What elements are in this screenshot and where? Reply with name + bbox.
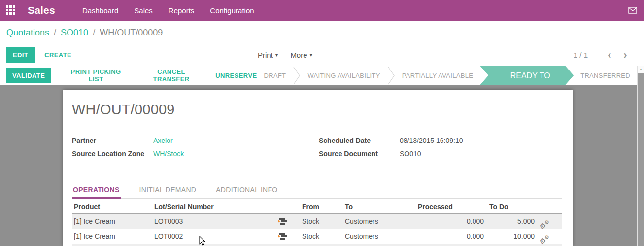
cell-todo[interactable]: 5.000 (485, 217, 537, 225)
state-waiting-availability[interactable]: WAITING AVAILABILITY (301, 66, 387, 85)
nav-item-reports[interactable]: Reports (163, 6, 200, 15)
partner-value-link[interactable]: Axelor (153, 137, 173, 144)
pager-count: 1 / 1 (574, 51, 588, 59)
edit-button[interactable]: EDIT (6, 47, 35, 63)
source-document-value: SO010 (400, 150, 421, 158)
action-row: EDIT CREATE Print ▾ More ▾ 1 / 1 ‹ › (0, 44, 644, 66)
header-todo: To Do (485, 203, 537, 211)
state-partially-available[interactable]: PARTIALLY AVAILABLE (395, 66, 480, 85)
header-lot: Lot/Serial Number (154, 203, 269, 211)
record-pager: 1 / 1 ‹ › (574, 49, 633, 62)
statusbar: VALIDATE PRINT PICKING LIST CANCEL TRANS… (0, 66, 637, 85)
state-separator-icon (387, 66, 395, 85)
tab-additional-info[interactable]: ADDITIONAL INFO (215, 186, 278, 198)
print-picking-list-button[interactable]: PRINT PICKING LIST (65, 68, 127, 83)
scheduled-date-label: Scheduled Date (319, 137, 400, 144)
source-location-zone-label: Source Location Zone (72, 150, 153, 158)
chevron-down-icon: ▾ (310, 52, 313, 58)
cell-lot[interactable]: LOT0002 (154, 232, 269, 240)
nav-item-dashboard[interactable]: Dashboard (77, 6, 124, 15)
app-brand[interactable]: Sales (28, 4, 55, 16)
cell-processed[interactable]: 0.000 (414, 232, 485, 240)
messages-envelope-icon[interactable] (628, 7, 637, 14)
cell-todo[interactable]: 10.000 (485, 232, 537, 240)
cell-product[interactable]: [1] Ice Cream (72, 232, 154, 240)
state-separator-icon (293, 66, 301, 85)
lot-split-icon[interactable] (269, 217, 300, 225)
scrollbar-up-icon[interactable]: ▲ (638, 66, 644, 73)
operations-table: Product Lot/Serial Number From To Proces… (72, 200, 562, 246)
print-dropdown[interactable]: Print ▾ (258, 51, 278, 59)
field-group-right: Scheduled Date 08/13/2015 16:09:10 Sourc… (319, 137, 463, 163)
breadcrumb-separator: / (93, 28, 95, 38)
apps-grid-icon[interactable] (6, 5, 16, 15)
nav-item-configuration[interactable]: Configuration (204, 6, 259, 15)
cell-product[interactable]: [1] Ice Cream (72, 217, 154, 225)
top-navbar: Sales Dashboard Sales Reports Configurat… (0, 0, 644, 21)
form-sheet: WH/OUT/00009 Partner Axelor Source Locat… (63, 90, 573, 246)
cell-to[interactable]: Customers (343, 217, 414, 225)
validate-button[interactable]: VALIDATE (6, 68, 51, 83)
breadcrumb-current: WH/OUT/00009 (100, 28, 163, 38)
content-area: VALIDATE PRINT PICKING LIST CANCEL TRANS… (0, 66, 644, 246)
table-row-partial (72, 244, 562, 246)
field-group-left: Partner Axelor Source Location Zone WH/S… (72, 137, 319, 163)
field-groups: Partner Axelor Source Location Zone WH/S… (72, 137, 562, 163)
cell-from[interactable]: Stock (300, 217, 343, 225)
header-to: To (343, 203, 414, 211)
state-pipeline: DRAFT WAITING AVAILABILITY PARTIALLY AVA… (257, 66, 637, 85)
state-ready-to-transfer[interactable]: READY TO TRANSFER (480, 66, 574, 85)
table-header-row: Product Lot/Serial Number From To Proces… (72, 200, 562, 214)
lot-split-icon[interactable] (269, 232, 300, 240)
header-product: Product (72, 203, 154, 211)
breadcrumb: Quotations / SO010 / WH/OUT/00009 (0, 21, 644, 44)
form-menus: Print ▾ More ▾ (258, 44, 325, 66)
chevron-down-icon: ▾ (275, 52, 278, 58)
nav-item-sales[interactable]: Sales (129, 6, 158, 15)
state-transferred[interactable]: TRANSFERRED (574, 66, 637, 85)
more-dropdown[interactable]: More ▾ (290, 51, 312, 59)
partner-label: Partner (72, 137, 153, 144)
source-document-label: Source Document (319, 150, 400, 158)
create-button[interactable]: CREATE (44, 51, 71, 59)
source-location-zone-value-link[interactable]: WH/Stock (153, 150, 184, 158)
scrollbar-thumb[interactable] (638, 73, 644, 246)
header-from: From (300, 203, 343, 211)
cell-to[interactable]: Customers (343, 232, 414, 240)
unreserve-button[interactable]: UNRESERVE (215, 72, 257, 79)
form-backdrop: WH/OUT/00009 Partner Axelor Source Locat… (0, 85, 637, 246)
header-processed: Processed (414, 203, 485, 211)
table-row[interactable]: [1] Ice Cream LOT0002 Stock Customers 0.… (72, 229, 562, 244)
pager-prev-icon[interactable]: ‹ (602, 49, 617, 62)
breadcrumb-quotations[interactable]: Quotations (6, 28, 49, 38)
scheduled-date-value: 08/13/2015 16:09:10 (400, 137, 463, 144)
vertical-scrollbar[interactable]: ▲ (637, 66, 644, 246)
cancel-transfer-button[interactable]: CANCEL TRANSFER (140, 68, 202, 83)
table-row[interactable]: [1] Ice Cream LOT0003 Stock Customers 0.… (72, 214, 562, 229)
state-draft[interactable]: DRAFT (257, 66, 293, 85)
cell-processed[interactable]: 0.000 (414, 217, 485, 225)
notebook-tabs: OPERATIONS INITIAL DEMAND ADDITIONAL INF… (72, 186, 562, 199)
tab-initial-demand[interactable]: INITIAL DEMAND (138, 186, 198, 198)
cell-from[interactable]: Stock (300, 232, 343, 240)
breadcrumb-so010[interactable]: SO010 (61, 28, 88, 38)
pager-next-icon[interactable]: › (617, 49, 633, 62)
tab-operations[interactable]: OPERATIONS (72, 186, 121, 199)
cell-lot[interactable]: LOT0003 (154, 217, 269, 225)
page-title: WH/OUT/00009 (72, 102, 562, 118)
breadcrumb-separator: / (54, 28, 56, 38)
